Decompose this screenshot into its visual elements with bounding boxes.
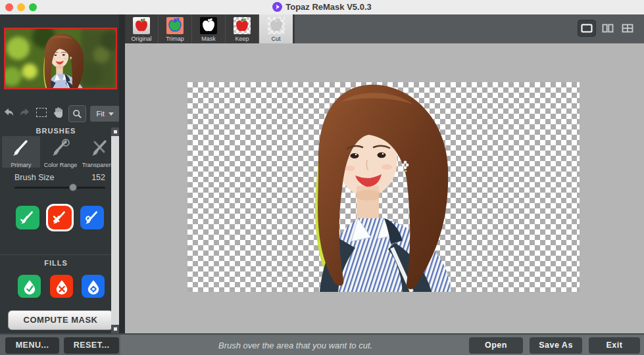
exit-button[interactable]: Exit [589, 337, 640, 354]
sidebar-scrollbar[interactable] [111, 128, 119, 333]
brushes-header: BRUSHES [0, 127, 112, 135]
keep-fill-icon [22, 279, 37, 295]
brush-tool-label: Primary [2, 162, 40, 168]
fills-header: FILLS [0, 259, 112, 267]
keep-brush-button[interactable] [16, 206, 39, 229]
brush-size-row: Brush Size 152 [14, 173, 105, 182]
slider-thumb[interactable] [69, 183, 77, 191]
tab-cut[interactable]: Cut [259, 14, 293, 43]
single-view-button[interactable] [578, 20, 596, 37]
quad-view-button[interactable] [618, 20, 637, 37]
brush-size-label: Brush Size [14, 173, 54, 182]
fit-zoom-dropdown[interactable]: Fit [90, 106, 120, 122]
reset-button[interactable]: RESET... [64, 337, 119, 354]
sidebar-divider [119, 14, 125, 333]
transparency-canvas[interactable] [187, 82, 580, 292]
window-title-area: Topaz ReMask V5.0.3 [0, 2, 644, 12]
compute-brush-button[interactable] [80, 206, 104, 229]
fills-section: FILLS [0, 254, 120, 267]
mask-apple-icon [200, 17, 217, 34]
cut-brush-button[interactable] [48, 206, 72, 229]
split-view-icon [602, 24, 614, 33]
bottom-bar: MENU... RESET... Brush over the area tha… [0, 333, 644, 355]
window-title: Topaz ReMask V5.0.3 [285, 2, 372, 12]
pan-hand-icon[interactable] [50, 106, 66, 121]
quad-view-icon [622, 24, 633, 33]
brush-tool-color-range[interactable]: Color Range [41, 136, 80, 168]
keep-fill-button[interactable] [18, 275, 41, 298]
redo-icon[interactable] [16, 107, 33, 120]
brush-size-slider[interactable] [14, 187, 105, 189]
compute-fill-icon [86, 279, 101, 295]
tab-label: Keep [226, 36, 259, 42]
keep-brush-icon [19, 209, 36, 226]
tab-label: Mask [192, 36, 225, 42]
brush-size-value: 152 [91, 173, 105, 182]
menu-button[interactable]: MENU... [5, 337, 59, 354]
app-window: Topaz ReMask V5.0.3 .stem{fill:#5b3a1e}.… [0, 0, 644, 355]
tab-label: Cut [259, 36, 293, 42]
undo-icon[interactable] [0, 107, 16, 120]
cut-fill-icon [54, 279, 70, 295]
status-text: Brush over the area that you want to cut… [218, 341, 372, 350]
title-bar: Topaz ReMask V5.0.3 [0, 0, 644, 15]
scrollbar-down-button[interactable] [111, 325, 119, 333]
sidebar: Fit BRUSHES Primary Color Range Transpar… [0, 14, 125, 333]
app-logo-icon [272, 2, 282, 12]
keep-apple-icon [234, 17, 251, 34]
brush-tool-primary[interactable]: Primary [2, 136, 40, 168]
compute-mask-button[interactable]: COMPUTE MASK [8, 310, 113, 330]
main-canvas [125, 43, 644, 333]
tab-mask[interactable]: Mask [192, 14, 226, 43]
tab-original[interactable]: .stem{fill:#5b3a1e}.leaf{fill:#3fae3f} O… [125, 14, 159, 43]
cut-apple-icon [268, 17, 285, 34]
chevron-down-icon [109, 112, 114, 116]
fit-label: Fit [97, 110, 105, 118]
single-view-icon [581, 24, 593, 33]
compute-fill-button[interactable] [82, 275, 105, 298]
zoom-tool-button[interactable] [68, 105, 86, 122]
compute-brush-icon [84, 209, 101, 226]
tab-keep[interactable]: Keep [226, 14, 259, 43]
mode-tab-strip: .stem{fill:#5b3a1e}.leaf{fill:#3fae3f} O… [125, 14, 295, 43]
scrollbar-up-button[interactable] [111, 128, 119, 136]
tab-label: Original [125, 36, 158, 42]
tab-trimap[interactable]: Trimap [159, 14, 192, 43]
canvas-tool-row: Fit [0, 104, 120, 124]
marquee-select-icon[interactable] [34, 108, 50, 120]
save-as-button[interactable]: Save As [530, 337, 582, 354]
cut-fill-button[interactable] [50, 275, 73, 298]
open-button[interactable]: Open [469, 337, 523, 354]
magnifier-icon [72, 109, 82, 119]
cutout-portrait-image [295, 82, 459, 292]
tab-label: Trimap [159, 36, 191, 42]
view-mode-bar [295, 14, 644, 43]
original-apple-icon: .stem{fill:#5b3a1e}.leaf{fill:#3fae3f} [133, 17, 150, 34]
split-view-button[interactable] [599, 20, 617, 37]
trimap-apple-icon [166, 17, 184, 34]
cut-brush-icon [51, 209, 68, 226]
brush-tool-label: Color Range [41, 162, 80, 168]
image-thumbnail-preview[interactable] [4, 28, 117, 89]
